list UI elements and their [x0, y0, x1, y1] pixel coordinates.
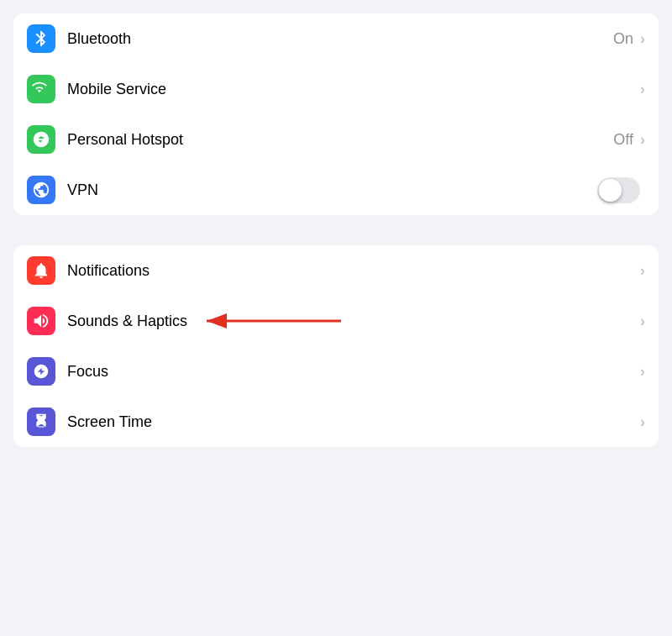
settings-page: Bluetooth On › Mobile Service › [0, 13, 672, 447]
mobile-service-icon [27, 75, 55, 103]
sounds-icon [27, 307, 55, 335]
system-group: Notifications › Sounds & Haptics › [13, 245, 659, 447]
sounds-chevron: › [640, 313, 645, 330]
hotspot-chevron: › [640, 131, 645, 149]
screen-time-icon [27, 407, 55, 436]
mobile-service-label: Mobile Service [67, 81, 638, 98]
hotspot-icon [27, 125, 55, 154]
focus-chevron: › [640, 363, 645, 381]
focus-row[interactable]: Focus › [13, 346, 659, 397]
connectivity-group: Bluetooth On › Mobile Service › [13, 13, 659, 215]
vpn-toggle[interactable] [597, 177, 640, 203]
bluetooth-row[interactable]: Bluetooth On › [13, 13, 659, 64]
notifications-chevron: › [640, 262, 645, 280]
hotspot-value: Off [613, 131, 633, 149]
bluetooth-icon [27, 24, 55, 53]
notifications-row[interactable]: Notifications › [13, 245, 659, 296]
sounds-haptics-label: Sounds & Haptics [67, 313, 638, 330]
mobile-service-chevron: › [640, 81, 645, 98]
bluetooth-value: On [613, 30, 633, 48]
focus-icon [27, 357, 55, 386]
vpn-icon [27, 176, 55, 204]
sounds-haptics-row[interactable]: Sounds & Haptics › [13, 296, 659, 346]
personal-hotspot-row[interactable]: Personal Hotspot Off › [13, 114, 659, 165]
mobile-service-row[interactable]: Mobile Service › [13, 64, 659, 114]
screen-time-row[interactable]: Screen Time › [13, 397, 659, 447]
vpn-label: VPN [67, 181, 597, 199]
focus-label: Focus [67, 363, 638, 381]
screen-time-label: Screen Time [67, 413, 638, 431]
bluetooth-label: Bluetooth [67, 30, 613, 48]
bluetooth-chevron: › [640, 30, 645, 48]
notifications-label: Notifications [67, 262, 638, 280]
vpn-row[interactable]: VPN [13, 165, 659, 215]
screen-time-chevron: › [640, 413, 645, 431]
hotspot-label: Personal Hotspot [67, 131, 613, 149]
notifications-icon [27, 256, 55, 285]
